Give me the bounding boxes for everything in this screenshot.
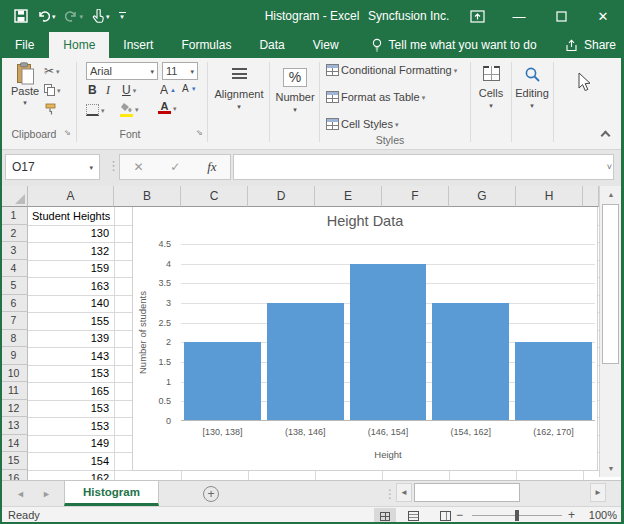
chart-x-axis-label[interactable]: Height bbox=[181, 449, 595, 460]
formula-bar-input[interactable] bbox=[233, 154, 614, 180]
cell-A8[interactable]: 139 bbox=[29, 330, 113, 348]
row-header-6[interactable]: 6 bbox=[0, 295, 28, 313]
font-name-select[interactable]: Arial▾ bbox=[86, 62, 158, 80]
tab-view[interactable]: View bbox=[299, 32, 353, 58]
ribbon-display-options-button[interactable] bbox=[456, 0, 498, 32]
sheet-grid[interactable]: 12345678910111213141516 Student Heights1… bbox=[0, 207, 624, 480]
row-header-1[interactable]: 1 bbox=[0, 207, 28, 225]
sheet-nav-right[interactable]: ► bbox=[42, 481, 51, 507]
scroll-down-arrow[interactable]: ▼ bbox=[600, 460, 622, 477]
font-color-button[interactable]: A ▾ bbox=[158, 102, 177, 114]
format-painter-button[interactable] bbox=[44, 103, 57, 116]
column-header-E[interactable]: E bbox=[315, 186, 382, 207]
row-header-14[interactable]: 14 bbox=[0, 435, 28, 453]
format-as-table-button[interactable]: Format as Table ▾ bbox=[326, 91, 425, 103]
tab-home[interactable]: Home bbox=[49, 32, 109, 58]
zoom-slider-thumb[interactable] bbox=[515, 510, 519, 521]
tab-formulas[interactable]: Formulas bbox=[167, 32, 245, 58]
row-header-5[interactable]: 5 bbox=[0, 277, 28, 295]
minimize-button[interactable]: — bbox=[498, 0, 540, 32]
bold-button[interactable]: B bbox=[88, 83, 97, 97]
name-box-dropdown[interactable]: ▾ bbox=[89, 164, 93, 171]
paste-button[interactable]: Paste ▾ bbox=[8, 62, 42, 106]
column-header-D[interactable]: D bbox=[248, 186, 315, 207]
horizontal-scroll-thumb[interactable] bbox=[414, 483, 520, 502]
shrink-font-button[interactable]: A▼ bbox=[182, 83, 197, 94]
bar-(138, 146][interactable] bbox=[267, 303, 344, 421]
row-header-13[interactable]: 13 bbox=[0, 417, 28, 435]
column-header-H[interactable]: H bbox=[516, 186, 583, 207]
cell-A12[interactable]: 153 bbox=[29, 400, 113, 418]
conditional-formatting-button[interactable]: Conditional Formatting ▾ bbox=[326, 64, 457, 76]
grow-font-button[interactable]: A▲ bbox=[160, 83, 176, 97]
collapse-ribbon-button[interactable] bbox=[602, 132, 609, 139]
row-header-3[interactable]: 3 bbox=[0, 242, 28, 260]
maximize-button[interactable] bbox=[540, 0, 582, 32]
bar-(162, 170][interactable] bbox=[515, 342, 592, 421]
chart-title[interactable]: Height Data bbox=[133, 213, 597, 229]
sheet-nav-left[interactable]: ◄ bbox=[16, 481, 25, 507]
cell-A5[interactable]: 163 bbox=[29, 277, 113, 295]
alignment-group-button[interactable]: Alignment ▾ bbox=[212, 68, 266, 110]
sheet-tab-histogram[interactable]: Histogram bbox=[64, 481, 159, 506]
row-header-4[interactable]: 4 bbox=[0, 260, 28, 278]
row-header-10[interactable]: 10 bbox=[0, 365, 28, 383]
name-box[interactable]: O17 ▾ bbox=[5, 154, 100, 180]
font-size-select[interactable]: 11▾ bbox=[162, 62, 198, 80]
underline-button[interactable]: U ▾ bbox=[122, 83, 136, 97]
cell-A15[interactable]: 154 bbox=[29, 452, 113, 470]
column-header-B[interactable]: B bbox=[114, 186, 181, 207]
scroll-up-arrow[interactable]: ▲ bbox=[600, 186, 622, 203]
row-header-8[interactable]: 8 bbox=[0, 330, 28, 348]
tell-me-box[interactable]: Tell me what you want to do bbox=[371, 32, 537, 58]
cell-A16[interactable]: 162 bbox=[29, 470, 113, 481]
row-header-7[interactable]: 7 bbox=[0, 312, 28, 330]
font-dialog-launcher[interactable]: ⇘ bbox=[196, 128, 203, 137]
column-header-F[interactable]: F bbox=[382, 186, 449, 207]
bar-[130, 138][interactable] bbox=[184, 342, 261, 421]
bar-(154, 162][interactable] bbox=[432, 303, 509, 421]
cell-A7[interactable]: 155 bbox=[29, 312, 113, 330]
copy-button[interactable]: ▾ bbox=[44, 84, 61, 96]
editing-group-button[interactable]: Editing ▾ bbox=[512, 66, 552, 109]
vertical-scrollbar[interactable]: ▲ ▼ bbox=[599, 186, 621, 477]
cell-A1[interactable]: Student Heights bbox=[29, 207, 113, 225]
cell-A2[interactable]: 130 bbox=[29, 225, 113, 243]
cell-A14[interactable]: 149 bbox=[29, 435, 113, 453]
tab-data[interactable]: Data bbox=[245, 32, 298, 58]
row-header-15[interactable]: 15 bbox=[0, 452, 28, 470]
fill-color-button[interactable]: ▾ bbox=[120, 102, 139, 117]
row-header-12[interactable]: 12 bbox=[0, 400, 28, 418]
clipboard-dialog-launcher[interactable]: ⇘ bbox=[64, 128, 71, 137]
chart-y-axis-label[interactable]: Number of students bbox=[135, 244, 149, 421]
tab-insert[interactable]: Insert bbox=[109, 32, 167, 58]
cell-A11[interactable]: 165 bbox=[29, 382, 113, 400]
share-button[interactable]: Share bbox=[564, 32, 616, 58]
scroll-left-arrow[interactable]: ◄ bbox=[396, 483, 412, 502]
row-header-9[interactable]: 9 bbox=[0, 347, 28, 365]
column-header-partial[interactable] bbox=[583, 186, 599, 207]
column-header-C[interactable]: C bbox=[181, 186, 248, 207]
cell-A6[interactable]: 140 bbox=[29, 295, 113, 313]
select-all-corner[interactable] bbox=[0, 186, 28, 207]
number-group-button[interactable]: % Number ▾ bbox=[272, 68, 318, 113]
close-button[interactable]: ✕ bbox=[582, 0, 624, 32]
column-header-A[interactable]: A bbox=[28, 186, 114, 207]
row-header-11[interactable]: 11 bbox=[0, 382, 28, 400]
vertical-scroll-thumb[interactable] bbox=[602, 204, 619, 364]
tab-file[interactable]: File bbox=[0, 32, 49, 58]
insert-function-button[interactable]: fx bbox=[207, 159, 216, 175]
chart-object[interactable]: Height Data Number of students 4.543.532… bbox=[132, 207, 598, 471]
italic-button[interactable]: I bbox=[106, 83, 110, 98]
cells-group-button[interactable]: Cells ▾ bbox=[474, 66, 508, 109]
horizontal-scrollbar[interactable]: ◄ ► bbox=[396, 483, 608, 502]
new-sheet-button[interactable]: + bbox=[203, 486, 219, 502]
cut-button[interactable]: ✂ ▾ bbox=[44, 64, 60, 78]
cancel-button[interactable]: ✕ bbox=[133, 160, 143, 174]
cell-styles-button[interactable]: Cell Styles ▾ bbox=[326, 118, 398, 130]
formula-bar-expand[interactable]: ˅ bbox=[607, 162, 612, 172]
enter-button[interactable]: ✓ bbox=[170, 160, 180, 174]
row-header-16[interactable]: 16 bbox=[0, 470, 28, 481]
zoom-slider[interactable] bbox=[472, 515, 562, 516]
cell-A10[interactable]: 153 bbox=[29, 365, 113, 383]
